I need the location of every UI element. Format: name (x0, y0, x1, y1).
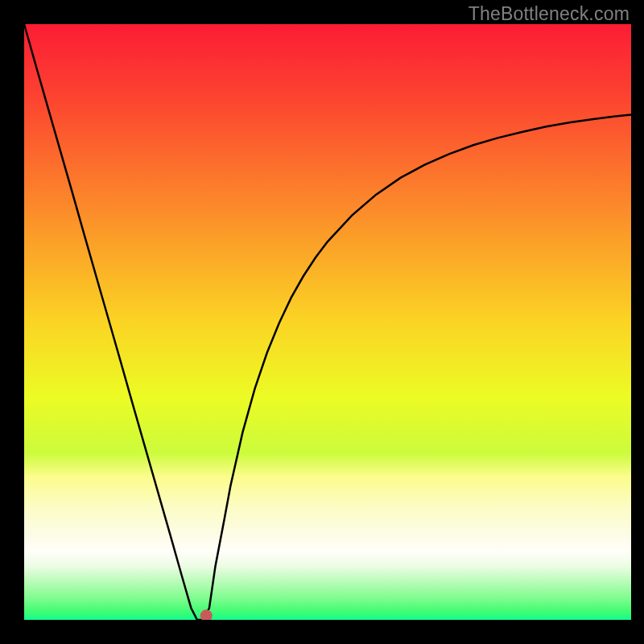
chart-background-gradient (24, 24, 631, 620)
watermark-text: TheBottleneck.com (469, 3, 630, 25)
chart-svg (24, 24, 631, 620)
chart-plot-area (24, 24, 631, 620)
